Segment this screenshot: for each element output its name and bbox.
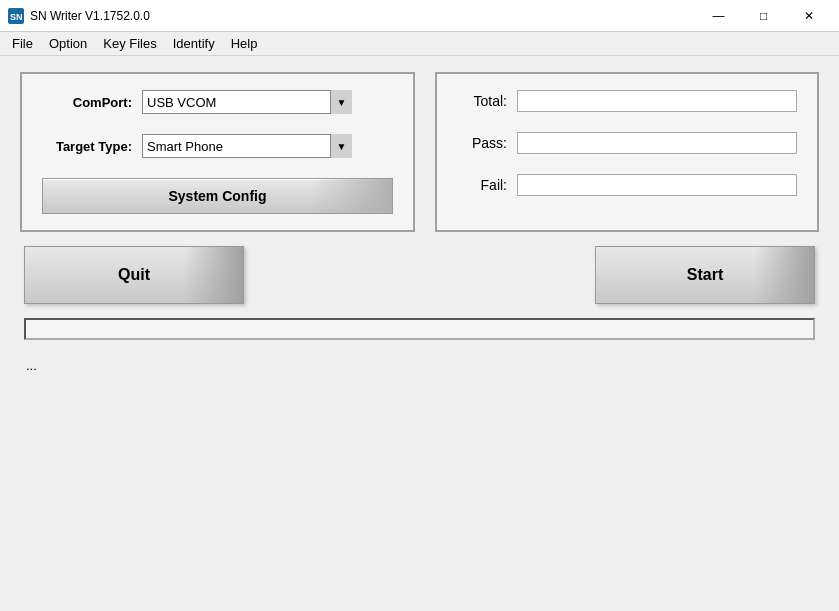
left-panel: ComPort: USB VCOM COM1 COM2 COM3 ▼ Targe… [20, 72, 415, 232]
system-config-button[interactable]: System Config [42, 178, 393, 214]
title-bar-left: SN SN Writer V1.1752.0.0 [8, 8, 150, 24]
comport-select[interactable]: USB VCOM COM1 COM2 COM3 [142, 90, 352, 114]
fail-row: Fail: [457, 174, 797, 196]
right-panel: Total: Pass: Fail: [435, 72, 819, 232]
total-label: Total: [457, 93, 507, 109]
target-type-select[interactable]: Smart Phone Tablet Feature Phone [142, 134, 352, 158]
total-input[interactable] [517, 90, 797, 112]
close-button[interactable]: ✕ [786, 0, 831, 32]
menu-identify[interactable]: Identify [165, 33, 223, 55]
fail-input[interactable] [517, 174, 797, 196]
comport-row: ComPort: USB VCOM COM1 COM2 COM3 ▼ [42, 90, 393, 114]
maximize-button[interactable]: □ [741, 0, 786, 32]
pass-label: Pass: [457, 135, 507, 151]
panels-row: ComPort: USB VCOM COM1 COM2 COM3 ▼ Targe… [20, 72, 819, 232]
app-icon: SN [8, 8, 24, 24]
menu-bar: File Option Key Files Identify Help [0, 32, 839, 56]
target-type-row: Target Type: Smart Phone Tablet Feature … [42, 134, 393, 158]
fail-label: Fail: [457, 177, 507, 193]
menu-help[interactable]: Help [223, 33, 266, 55]
buttons-row: Quit Start [20, 246, 819, 304]
comport-select-wrapper: USB VCOM COM1 COM2 COM3 ▼ [142, 90, 352, 114]
target-type-label: Target Type: [42, 139, 132, 154]
minimize-button[interactable]: — [696, 0, 741, 32]
svg-text:SN: SN [10, 12, 23, 22]
window-title: SN Writer V1.1752.0.0 [30, 9, 150, 23]
status-bar [24, 318, 815, 340]
target-type-select-wrapper: Smart Phone Tablet Feature Phone ▼ [142, 134, 352, 158]
quit-button[interactable]: Quit [24, 246, 244, 304]
status-text: ... [20, 354, 819, 377]
title-bar-controls: — □ ✕ [696, 0, 831, 32]
comport-label: ComPort: [42, 95, 132, 110]
total-row: Total: [457, 90, 797, 112]
start-button[interactable]: Start [595, 246, 815, 304]
menu-option[interactable]: Option [41, 33, 95, 55]
pass-input[interactable] [517, 132, 797, 154]
main-content: ComPort: USB VCOM COM1 COM2 COM3 ▼ Targe… [0, 56, 839, 393]
menu-key-files[interactable]: Key Files [95, 33, 164, 55]
title-bar: SN SN Writer V1.1752.0.0 — □ ✕ [0, 0, 839, 32]
menu-file[interactable]: File [4, 33, 41, 55]
pass-row: Pass: [457, 132, 797, 154]
